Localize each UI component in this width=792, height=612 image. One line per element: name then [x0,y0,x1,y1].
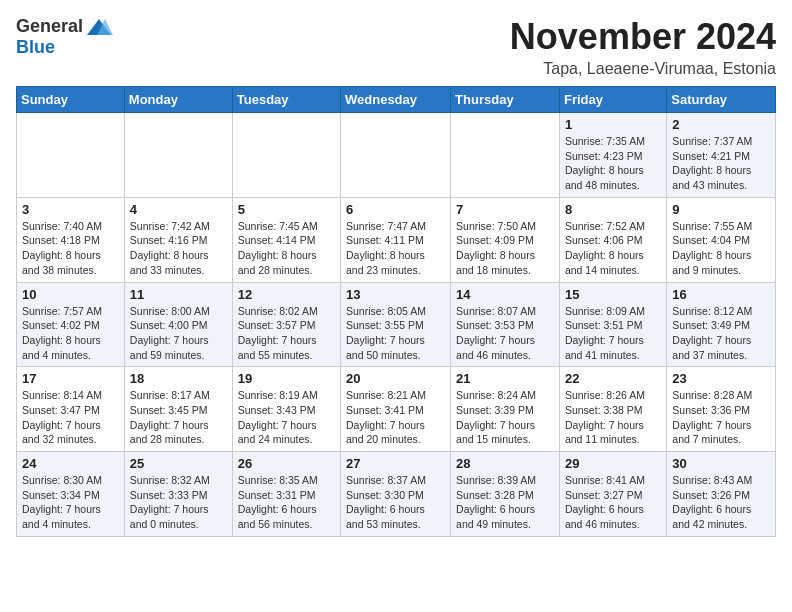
calendar-cell-w5-d3: 27Sunrise: 8:37 AM Sunset: 3:30 PM Dayli… [341,452,451,537]
calendar-header-row: Sunday Monday Tuesday Wednesday Thursday… [17,87,776,113]
day-info: Sunrise: 8:09 AM Sunset: 3:51 PM Dayligh… [565,304,661,363]
day-info: Sunrise: 8:37 AM Sunset: 3:30 PM Dayligh… [346,473,445,532]
day-number: 3 [22,202,119,217]
day-number: 28 [456,456,554,471]
calendar-cell-w3-d1: 11Sunrise: 8:00 AM Sunset: 4:00 PM Dayli… [124,282,232,367]
calendar-cell-w1-d1 [124,113,232,198]
calendar-cell-w2-d0: 3Sunrise: 7:40 AM Sunset: 4:18 PM Daylig… [17,197,125,282]
day-number: 30 [672,456,770,471]
day-number: 27 [346,456,445,471]
calendar-cell-w4-d2: 19Sunrise: 8:19 AM Sunset: 3:43 PM Dayli… [232,367,340,452]
day-number: 4 [130,202,227,217]
col-thursday: Thursday [451,87,560,113]
page-container: General Blue November 2024 Tapa, Laeaene… [16,16,776,537]
day-info: Sunrise: 8:26 AM Sunset: 3:38 PM Dayligh… [565,388,661,447]
col-tuesday: Tuesday [232,87,340,113]
day-info: Sunrise: 8:39 AM Sunset: 3:28 PM Dayligh… [456,473,554,532]
day-info: Sunrise: 8:19 AM Sunset: 3:43 PM Dayligh… [238,388,335,447]
day-number: 29 [565,456,661,471]
calendar-cell-w5-d6: 30Sunrise: 8:43 AM Sunset: 3:26 PM Dayli… [667,452,776,537]
day-info: Sunrise: 8:05 AM Sunset: 3:55 PM Dayligh… [346,304,445,363]
col-saturday: Saturday [667,87,776,113]
day-number: 13 [346,287,445,302]
day-number: 6 [346,202,445,217]
calendar-cell-w2-d4: 7Sunrise: 7:50 AM Sunset: 4:09 PM Daylig… [451,197,560,282]
calendar-cell-w2-d6: 9Sunrise: 7:55 AM Sunset: 4:04 PM Daylig… [667,197,776,282]
calendar-cell-w2-d5: 8Sunrise: 7:52 AM Sunset: 4:06 PM Daylig… [559,197,666,282]
calendar-cell-w4-d5: 22Sunrise: 8:26 AM Sunset: 3:38 PM Dayli… [559,367,666,452]
calendar-cell-w4-d3: 20Sunrise: 8:21 AM Sunset: 3:41 PM Dayli… [341,367,451,452]
day-info: Sunrise: 7:52 AM Sunset: 4:06 PM Dayligh… [565,219,661,278]
day-number: 10 [22,287,119,302]
day-number: 15 [565,287,661,302]
day-info: Sunrise: 7:45 AM Sunset: 4:14 PM Dayligh… [238,219,335,278]
day-info: Sunrise: 7:55 AM Sunset: 4:04 PM Dayligh… [672,219,770,278]
day-number: 14 [456,287,554,302]
col-wednesday: Wednesday [341,87,451,113]
month-title: November 2024 [510,16,776,58]
calendar-cell-w1-d6: 2Sunrise: 7:37 AM Sunset: 4:21 PM Daylig… [667,113,776,198]
calendar-week-2: 3Sunrise: 7:40 AM Sunset: 4:18 PM Daylig… [17,197,776,282]
day-info: Sunrise: 8:28 AM Sunset: 3:36 PM Dayligh… [672,388,770,447]
logo: General Blue [16,16,113,58]
day-number: 18 [130,371,227,386]
calendar-cell-w4-d6: 23Sunrise: 8:28 AM Sunset: 3:36 PM Dayli… [667,367,776,452]
calendar-week-1: 1Sunrise: 7:35 AM Sunset: 4:23 PM Daylig… [17,113,776,198]
day-info: Sunrise: 8:17 AM Sunset: 3:45 PM Dayligh… [130,388,227,447]
day-info: Sunrise: 8:30 AM Sunset: 3:34 PM Dayligh… [22,473,119,532]
day-number: 24 [22,456,119,471]
day-info: Sunrise: 7:40 AM Sunset: 4:18 PM Dayligh… [22,219,119,278]
calendar-week-4: 17Sunrise: 8:14 AM Sunset: 3:47 PM Dayli… [17,367,776,452]
logo-icon [85,17,113,37]
calendar-cell-w2-d3: 6Sunrise: 7:47 AM Sunset: 4:11 PM Daylig… [341,197,451,282]
calendar-cell-w3-d3: 13Sunrise: 8:05 AM Sunset: 3:55 PM Dayli… [341,282,451,367]
day-number: 22 [565,371,661,386]
calendar-cell-w5-d2: 26Sunrise: 8:35 AM Sunset: 3:31 PM Dayli… [232,452,340,537]
calendar-cell-w4-d0: 17Sunrise: 8:14 AM Sunset: 3:47 PM Dayli… [17,367,125,452]
day-info: Sunrise: 7:35 AM Sunset: 4:23 PM Dayligh… [565,134,661,193]
calendar-cell-w4-d4: 21Sunrise: 8:24 AM Sunset: 3:39 PM Dayli… [451,367,560,452]
day-number: 5 [238,202,335,217]
day-info: Sunrise: 8:00 AM Sunset: 4:00 PM Dayligh… [130,304,227,363]
day-number: 21 [456,371,554,386]
calendar-cell-w3-d0: 10Sunrise: 7:57 AM Sunset: 4:02 PM Dayli… [17,282,125,367]
logo-general-text: General [16,16,83,37]
day-info: Sunrise: 7:42 AM Sunset: 4:16 PM Dayligh… [130,219,227,278]
day-number: 2 [672,117,770,132]
day-info: Sunrise: 8:35 AM Sunset: 3:31 PM Dayligh… [238,473,335,532]
title-section: November 2024 Tapa, Laeaene-Virumaa, Est… [510,16,776,78]
day-info: Sunrise: 8:21 AM Sunset: 3:41 PM Dayligh… [346,388,445,447]
calendar-cell-w1-d0 [17,113,125,198]
calendar-table: Sunday Monday Tuesday Wednesday Thursday… [16,86,776,537]
calendar-cell-w1-d5: 1Sunrise: 7:35 AM Sunset: 4:23 PM Daylig… [559,113,666,198]
day-number: 7 [456,202,554,217]
day-info: Sunrise: 7:57 AM Sunset: 4:02 PM Dayligh… [22,304,119,363]
calendar-week-3: 10Sunrise: 7:57 AM Sunset: 4:02 PM Dayli… [17,282,776,367]
calendar-cell-w1-d2 [232,113,340,198]
day-number: 23 [672,371,770,386]
calendar-cell-w1-d4 [451,113,560,198]
day-number: 25 [130,456,227,471]
day-number: 26 [238,456,335,471]
day-info: Sunrise: 8:32 AM Sunset: 3:33 PM Dayligh… [130,473,227,532]
day-info: Sunrise: 7:50 AM Sunset: 4:09 PM Dayligh… [456,219,554,278]
calendar-cell-w3-d5: 15Sunrise: 8:09 AM Sunset: 3:51 PM Dayli… [559,282,666,367]
calendar-cell-w3-d6: 16Sunrise: 8:12 AM Sunset: 3:49 PM Dayli… [667,282,776,367]
day-number: 11 [130,287,227,302]
day-number: 12 [238,287,335,302]
day-info: Sunrise: 7:47 AM Sunset: 4:11 PM Dayligh… [346,219,445,278]
day-info: Sunrise: 8:41 AM Sunset: 3:27 PM Dayligh… [565,473,661,532]
day-number: 9 [672,202,770,217]
header: General Blue November 2024 Tapa, Laeaene… [16,16,776,78]
day-number: 1 [565,117,661,132]
day-number: 17 [22,371,119,386]
calendar-cell-w3-d4: 14Sunrise: 8:07 AM Sunset: 3:53 PM Dayli… [451,282,560,367]
col-monday: Monday [124,87,232,113]
calendar-cell-w5-d5: 29Sunrise: 8:41 AM Sunset: 3:27 PM Dayli… [559,452,666,537]
day-info: Sunrise: 7:37 AM Sunset: 4:21 PM Dayligh… [672,134,770,193]
day-number: 19 [238,371,335,386]
calendar-week-5: 24Sunrise: 8:30 AM Sunset: 3:34 PM Dayli… [17,452,776,537]
day-info: Sunrise: 8:02 AM Sunset: 3:57 PM Dayligh… [238,304,335,363]
calendar-cell-w2-d1: 4Sunrise: 7:42 AM Sunset: 4:16 PM Daylig… [124,197,232,282]
logo-blue-text: Blue [16,37,55,58]
